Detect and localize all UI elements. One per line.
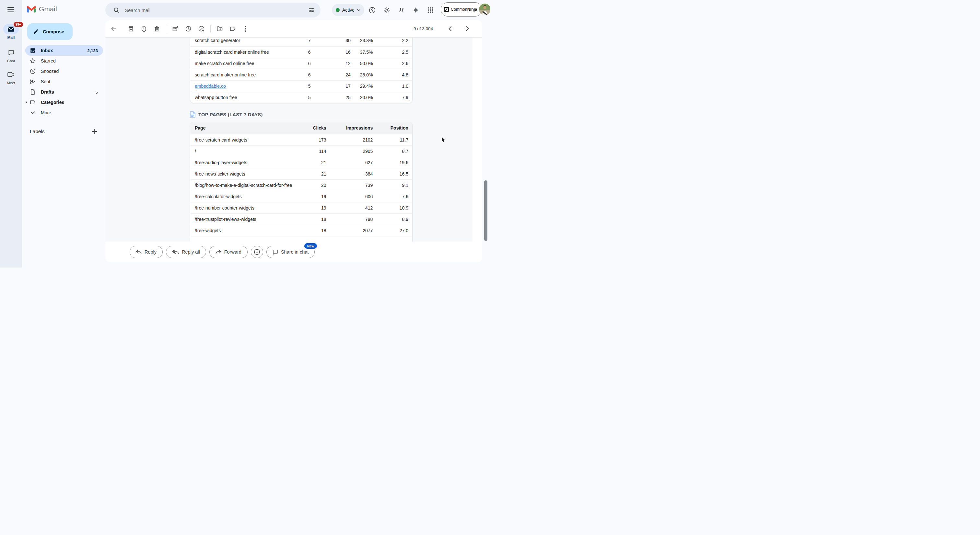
table-row: embeddable.co51729.4%1.0 [190, 80, 412, 92]
table-row: /free-audio-player-widgets2162719.6 [190, 157, 412, 168]
scrollbar-thumb[interactable] [484, 180, 487, 241]
email-body-scroll-area[interactable]: scratch card generator73023.3%2.2digital… [105, 38, 473, 241]
gemini-button[interactable] [409, 3, 422, 16]
search-input[interactable] [125, 8, 303, 13]
cell-value: 2.2 [377, 38, 412, 46]
sidebar-item-sent[interactable]: Sent [22, 76, 105, 87]
cell-value: 25 [315, 92, 355, 103]
inbox-icon [30, 48, 36, 54]
status-label: Active [342, 8, 355, 13]
emoji-reaction-button[interactable] [251, 246, 263, 258]
search-icon-button[interactable] [110, 3, 123, 16]
mark-unread-button[interactable] [169, 22, 182, 35]
add-to-tasks-button[interactable] [195, 22, 208, 35]
extension-button[interactable] [395, 3, 408, 16]
search-bar[interactable] [105, 3, 320, 17]
reply-all-button[interactable]: Reply all [166, 246, 206, 258]
rail-item-meet[interactable]: Meet [0, 69, 22, 85]
apps-grid-button[interactable] [424, 3, 437, 16]
avatar[interactable] [479, 3, 490, 15]
sidebar-item-categories[interactable]: Categories [22, 97, 105, 108]
reply-actions-bar: Reply Reply all Forward Share in chat Ne… [105, 241, 482, 262]
apps-grid-icon [428, 7, 433, 13]
top-pages-table-card: Page Clicks Impressions Position /free-s… [190, 122, 412, 241]
report-spam-button[interactable] [137, 22, 150, 35]
table-row: scratch card generator73023.3%2.2 [190, 38, 412, 46]
status-active-dot [336, 8, 340, 12]
mouse-cursor [441, 137, 447, 143]
menu-hamburger-button[interactable] [4, 3, 17, 16]
labels-button[interactable] [226, 22, 239, 35]
table-row: digital scratch card maker online free61… [190, 46, 412, 58]
nav-pane: Compose Inbox 2,123 Starred Snoozed Sent… [22, 0, 105, 268]
cell-value: 16.5 [377, 168, 412, 179]
add-label-button[interactable] [89, 126, 100, 137]
cell-value: 50.0% [355, 58, 377, 69]
cell-label: make scratch card online free [190, 58, 288, 69]
cell-value: 2.6 [377, 58, 412, 69]
mail-icon [8, 26, 14, 32]
forward-button[interactable]: Forward [209, 246, 248, 258]
commonninja-logo-icon [444, 7, 449, 12]
cell-value: 114 [305, 145, 330, 157]
top-pages-table: Page Clicks Impressions Position /free-s… [190, 122, 412, 241]
avatar-photo [479, 3, 490, 15]
help-button[interactable] [366, 3, 379, 16]
move-to-folder-icon [216, 25, 223, 32]
column-header: Impressions [330, 122, 377, 134]
snooze-clock-icon [185, 25, 191, 32]
cell-value: 1.0 [377, 80, 412, 92]
table-row: /free-widgets18207727.0 [190, 225, 412, 236]
cell-value: 627 [330, 157, 377, 168]
cell-value: 384 [330, 168, 377, 179]
rail-item-chat[interactable]: Chat [0, 47, 22, 63]
more-options-button[interactable] [239, 22, 252, 35]
cell-value: 8.9 [377, 213, 412, 225]
settings-button[interactable] [380, 3, 393, 16]
sidebar-item-label: Categories [41, 100, 64, 105]
inbox-count: 2,123 [87, 48, 98, 53]
rail-label-mail: Mail [0, 36, 22, 40]
cell-value: 24 [315, 69, 355, 80]
archive-button[interactable] [124, 22, 137, 35]
table-header-row: Page Clicks Impressions Position [190, 122, 412, 134]
status-selector[interactable]: Active [332, 4, 364, 16]
chevron-down-icon [357, 9, 360, 11]
cell-value: 7.9 [377, 92, 412, 103]
cell-label: /free-audio-player-widgets [190, 157, 305, 168]
move-to-button[interactable] [213, 22, 226, 35]
sidebar-item-snoozed[interactable]: Snoozed [22, 66, 105, 76]
label-tag-icon [229, 25, 236, 32]
extension-icon [398, 7, 404, 13]
plus-icon [92, 129, 97, 134]
send-icon [30, 79, 36, 84]
sidebar-item-inbox[interactable]: Inbox 2,123 [25, 45, 103, 56]
reply-button[interactable]: Reply [130, 246, 163, 258]
compose-pencil-icon [33, 29, 39, 35]
table-row: /free-trustpilot-reviews-widgets187988.9 [190, 213, 412, 225]
delete-button[interactable] [150, 22, 163, 35]
sidebar-item-starred[interactable]: Starred [22, 56, 105, 66]
email-link[interactable]: embeddable.co [195, 84, 226, 89]
cell-label: /free-number-counter-widgets [190, 202, 305, 213]
snooze-button[interactable] [182, 22, 195, 35]
commonninja-wordmark: CommonNinja [451, 7, 477, 12]
cell-value: 8.7 [377, 145, 412, 157]
rail-item-mail[interactable]: 99+ Mail [0, 24, 22, 40]
back-button[interactable] [107, 22, 120, 35]
older-email-button[interactable] [461, 22, 474, 35]
trash-icon [154, 25, 160, 32]
conversation-card: 9 of 3,004 scratch card generator73023.3… [105, 20, 482, 262]
cell-value: 5 [288, 80, 314, 92]
cell-value: 6 [288, 46, 314, 58]
newer-email-button[interactable] [443, 22, 456, 35]
search-filter-button[interactable] [305, 3, 318, 16]
sidebar-item-more[interactable]: More [22, 108, 105, 118]
draft-icon [30, 89, 36, 95]
clock-icon [30, 68, 36, 74]
compose-button[interactable]: Compose [27, 23, 73, 40]
account-profile-button[interactable]: CommonNinja [441, 2, 482, 16]
more-vertical-icon [245, 26, 246, 32]
share-in-chat-button[interactable]: Share in chat New [266, 246, 315, 258]
sidebar-item-drafts[interactable]: Drafts 5 [22, 87, 105, 97]
